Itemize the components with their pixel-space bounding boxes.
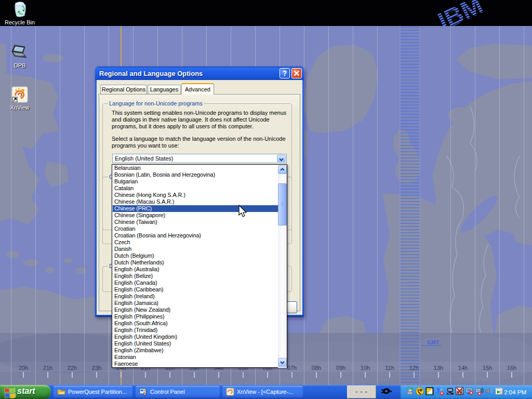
- svg-text:07h: 07h: [287, 365, 297, 371]
- svg-text:14h: 14h: [458, 365, 468, 371]
- svg-text:15h: 15h: [483, 365, 492, 371]
- svg-text:11h: 11h: [385, 365, 394, 371]
- svg-text:12h: 12h: [409, 365, 419, 371]
- svg-text:09h: 09h: [336, 365, 345, 371]
- svg-text:13h: 13h: [434, 365, 443, 371]
- svg-text:21h: 21h: [43, 365, 52, 371]
- svg-text:IBM: IBM: [434, 0, 487, 26]
- svg-text:22h: 22h: [68, 365, 77, 371]
- svg-text:23h: 23h: [92, 365, 101, 371]
- svg-text:10h: 10h: [361, 365, 370, 371]
- svg-text:16h: 16h: [507, 365, 516, 371]
- svg-text:20h: 20h: [19, 365, 28, 371]
- svg-text:08h: 08h: [312, 365, 321, 371]
- svg-text:GMT: GMT: [427, 340, 440, 345]
